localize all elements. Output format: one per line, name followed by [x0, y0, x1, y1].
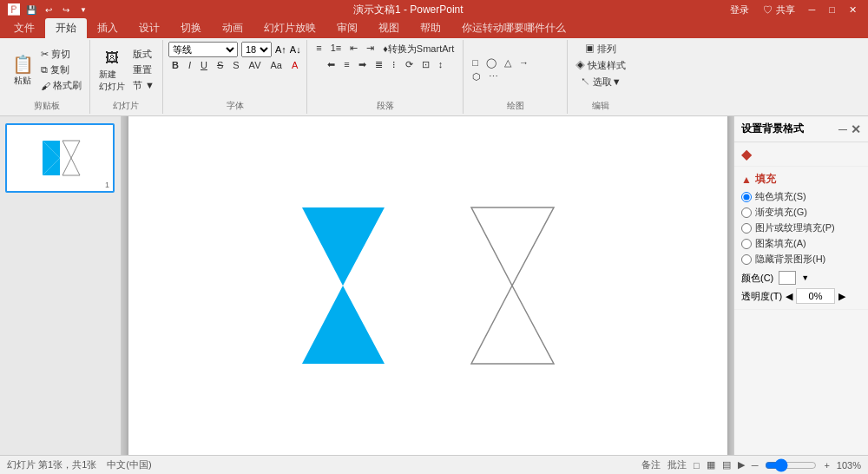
radio-hide[interactable]: 隐藏背景图形(H) [741, 253, 861, 266]
normal-view-btn[interactable]: □ [694, 460, 700, 471]
slide-thumbnail-1[interactable]: 1 [5, 123, 115, 193]
zoom-slider[interactable] [765, 459, 817, 471]
increase-indent-btn[interactable]: ⇥ [363, 42, 378, 56]
smartart-btn[interactable]: ♦转换为SmartArt [379, 42, 457, 56]
numbering-btn[interactable]: 1≡ [327, 42, 345, 56]
notes-btn[interactable]: 备注 [641, 458, 661, 471]
copy-btn[interactable]: ⧉ 复制 [38, 63, 84, 77]
section-btn[interactable]: 节 ▼ [130, 78, 157, 93]
filled-hourglass[interactable] [293, 199, 393, 372]
undo-quick-btn[interactable]: ↩ [42, 3, 56, 16]
zoom-in-btn[interactable]: + [824, 460, 829, 471]
reading-view-btn[interactable]: ▤ [722, 459, 731, 471]
close-btn[interactable]: ✕ [845, 3, 861, 16]
save-quick-btn[interactable]: 💾 [24, 3, 38, 16]
shape-btn-2[interactable]: ◯ [483, 56, 500, 69]
quickstyle-btn[interactable]: ◈ 快速样式 [573, 58, 628, 73]
fill-icon[interactable]: ◆ [741, 146, 752, 162]
redo-quick-btn[interactable]: ↪ [59, 3, 73, 16]
clipboard-label: 剪贴板 [9, 98, 84, 112]
color-dropdown-btn[interactable]: ▼ [801, 273, 809, 282]
color-swatch[interactable] [779, 271, 796, 285]
align-left-btn[interactable]: ⬅ [324, 58, 339, 71]
line-spacing-btn[interactable]: ↕ [435, 58, 447, 71]
opacity-increase-btn[interactable]: ▶ [838, 291, 845, 302]
spacing-btn[interactable]: AV [246, 59, 265, 71]
tab-insert[interactable]: 插入 [87, 18, 128, 38]
tab-help[interactable]: 帮助 [410, 18, 451, 38]
font-color-btn[interactable]: A [288, 59, 301, 71]
align-center-btn[interactable]: ≡ [340, 58, 352, 71]
radio-pattern[interactable]: 图案填充(A) [741, 237, 861, 250]
case-btn[interactable]: Aa [266, 59, 285, 71]
paste-btn[interactable]: 📋 粘贴 [9, 44, 36, 96]
tab-design[interactable]: 设计 [128, 18, 170, 38]
maximize-btn[interactable]: □ [825, 3, 839, 16]
share-btn[interactable]: ♡ 共享 [759, 3, 799, 17]
arrange-btn[interactable]: ▣ 排列 [582, 42, 619, 56]
tab-transitions[interactable]: 切换 [170, 18, 212, 38]
radio-solid[interactable]: 纯色填充(S) [741, 190, 861, 203]
slideshow-btn[interactable]: ▶ [738, 459, 745, 471]
new-slide-btn[interactable]: 🖼 新建幻灯片 [95, 44, 128, 96]
tab-file[interactable]: 文件 [3, 18, 45, 38]
increase-font-btn[interactable]: A↑ [275, 44, 286, 55]
app-icon: 🅿 [7, 3, 21, 16]
font-row2: B I U S S AV Aa A [168, 59, 301, 71]
text-direction-btn[interactable]: ⟳ [402, 58, 417, 71]
strikethrough-btn[interactable]: S [214, 59, 227, 71]
reset-btn[interactable]: 重置 [130, 63, 157, 77]
radio-picture[interactable]: 图片或纹理填充(P) [741, 221, 861, 234]
columns-btn[interactable]: ⫶ [388, 58, 400, 71]
shape-btn-5[interactable]: ⬡ [469, 70, 484, 83]
radio-gradient-input[interactable] [741, 207, 752, 218]
decrease-indent-btn[interactable]: ⇤ [346, 42, 361, 56]
shape-btn-4[interactable]: → [516, 56, 532, 69]
radio-hide-input[interactable] [741, 254, 752, 265]
shadow-btn[interactable]: S [229, 59, 242, 71]
justify-btn[interactable]: ≣ [372, 58, 386, 71]
decrease-font-btn[interactable]: A↓ [290, 44, 301, 55]
italic-btn[interactable]: I [185, 59, 194, 71]
align-right-btn[interactable]: ➡ [355, 58, 370, 71]
tab-custom[interactable]: 你运转动哪要哪件什么 [451, 18, 576, 38]
radio-gradient[interactable]: 渐变填充(G) [741, 206, 861, 219]
shape-btn-1[interactable]: □ [469, 56, 482, 69]
outline-hourglass[interactable] [463, 199, 562, 372]
panel-close-btn[interactable]: ✕ [851, 122, 861, 136]
zoom-out-btn[interactable]: ─ [752, 460, 759, 471]
tab-animations[interactable]: 动画 [212, 18, 253, 38]
opacity-decrease-btn[interactable]: ◀ [786, 291, 792, 302]
tab-review[interactable]: 审阅 [326, 18, 368, 38]
ribbon-group-drawing: □ ◯ △ → ⬡ ⋯ 绘图 [464, 40, 568, 114]
comments-btn[interactable]: 批注 [667, 458, 687, 471]
layout-btn[interactable]: 版式 [130, 47, 157, 62]
bold-btn[interactable]: B [168, 59, 182, 71]
canvas-area[interactable] [122, 116, 733, 455]
slide-sorter-btn[interactable]: ▦ [707, 459, 715, 471]
radio-solid-input[interactable] [741, 192, 752, 202]
minimize-btn[interactable]: ─ [805, 3, 820, 16]
opacity-input[interactable] [796, 288, 835, 304]
radio-pattern-input[interactable] [741, 239, 752, 249]
customize-quick-btn[interactable]: ▼ [76, 3, 90, 16]
underline-btn[interactable]: U [197, 59, 211, 71]
radio-picture-input[interactable] [741, 223, 752, 234]
select-btn[interactable]: ↖ 选取▼ [578, 75, 624, 89]
tab-home[interactable]: 开始 [45, 18, 87, 38]
cut-btn[interactable]: ✂ 剪切 [38, 47, 84, 62]
zoom-level[interactable]: 103% [837, 460, 861, 471]
drawing-content: □ ◯ △ → ⬡ ⋯ [469, 42, 562, 98]
font-family-select[interactable]: 等线 [168, 42, 238, 57]
bullets-btn[interactable]: ≡ [312, 42, 325, 56]
tab-slideshow[interactable]: 幻灯片放映 [253, 18, 326, 38]
tab-view[interactable]: 视图 [368, 18, 410, 38]
panel-minimize-btn[interactable]: ─ [838, 122, 847, 136]
format-painter-btn[interactable]: 🖌 格式刷 [38, 78, 84, 93]
font-size-select[interactable]: 18 [241, 42, 272, 57]
text-align-btn[interactable]: ⊡ [418, 58, 433, 71]
shape-btn-3[interactable]: △ [501, 56, 515, 69]
signin-btn[interactable]: 登录 [726, 3, 753, 17]
shape-btn-6[interactable]: ⋯ [485, 70, 502, 83]
panel-controls: ─ ✕ [838, 122, 861, 136]
